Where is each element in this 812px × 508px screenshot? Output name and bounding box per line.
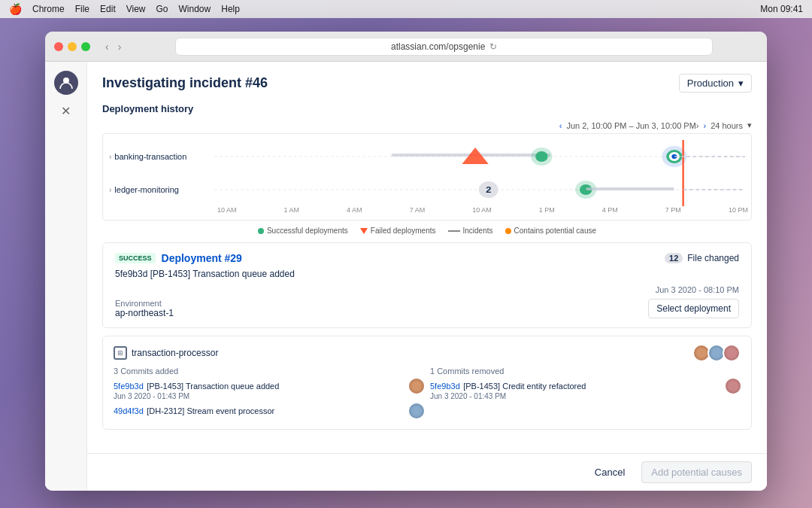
commit-item-removed: 5fe9b3d [PB-1453] Credit entity refactor… — [430, 379, 741, 400]
menu-go[interactable]: Go — [156, 4, 168, 14]
svg-rect-17 — [586, 187, 674, 190]
commit-msg-2: [DH-2312] Stream event processor — [147, 406, 274, 415]
commit-msg-removed: [PB-1453] Credit entity refactored — [463, 382, 586, 391]
commit-item-2: 49d4f3d [DH-2312] Stream event processor — [114, 403, 424, 418]
deployment-commit: 5fe9b3d [PB-1453] Transaction queue adde… — [115, 269, 739, 279]
timeline-chart: › banking-transaction — [102, 133, 752, 221]
close-button[interactable]: ✕ — [61, 104, 71, 118]
environment-selector[interactable]: Production ▾ — [679, 74, 752, 93]
processor-header: ⊞ transaction-processor — [114, 344, 741, 362]
sidebar: ✕ — [45, 62, 87, 491]
address-bar[interactable]: atlassian.com/opsgenie ↻ — [175, 38, 713, 56]
time-label: 4 PM — [602, 206, 618, 214]
legend-successful-label: Successful deployments — [267, 227, 348, 235]
commit-msg-1: [PB-1453] Transaction queue added — [147, 382, 279, 391]
deployment-meta: Environment ap-northeast-1 Jun 3 2020 - … — [115, 285, 739, 318]
time-label: 10 AM — [217, 206, 237, 214]
commits-grid: 3 Commits added 5fe9b3d [PB-1453] Transa… — [114, 367, 741, 421]
avatar — [54, 71, 78, 95]
maximize-window-button[interactable] — [81, 42, 90, 51]
menubar-time: Mon 09:41 — [760, 4, 803, 14]
potential-icon — [505, 228, 511, 234]
failed-icon — [360, 228, 368, 234]
commit-date-removed: Jun 3 2020 - 01:43 PM — [430, 392, 586, 400]
svg-text:2: 2 — [486, 185, 492, 195]
chart-row-banking: › banking-transaction — [103, 140, 751, 173]
avatar-3 — [723, 344, 741, 362]
processor-name: transaction-processor — [132, 348, 218, 358]
commits-removed-label: 1 Commits removed — [430, 367, 741, 376]
menu-help[interactable]: Help — [221, 4, 240, 14]
time-window-chevron: ▾ — [747, 120, 752, 130]
deployment-title-row: SUCCESS Deployment #29 — [115, 252, 242, 264]
legend-potential-label: Contains potential cause — [514, 227, 597, 235]
time-label: 10 PM — [729, 206, 748, 214]
menu-edit[interactable]: Edit — [100, 4, 116, 14]
minimize-window-button[interactable] — [68, 42, 77, 51]
commit-hash-2[interactable]: 49d4f3d — [114, 406, 144, 415]
chart-row-ledger: › ledger-monitoring 2 — [103, 173, 751, 206]
add-potential-causes-button[interactable]: Add potential causes — [641, 461, 752, 483]
chevron-down-icon: ▾ — [738, 78, 744, 89]
processor-icon: ⊞ — [114, 346, 127, 360]
chart-legend: Successful deployments Failed deployment… — [102, 227, 752, 235]
back-button[interactable]: ‹ — [102, 39, 112, 54]
deployment-header: SUCCESS Deployment #29 12 File changed — [115, 252, 739, 264]
refresh-button[interactable]: ↻ — [489, 41, 497, 52]
env-value: ap-northeast-1 — [115, 308, 174, 318]
menu-view[interactable]: View — [126, 4, 146, 14]
commit-avatar-1 — [409, 379, 424, 394]
commit-avatar-removed — [726, 379, 741, 394]
chart-row-label-ledger[interactable]: › ledger-monitoring — [109, 185, 214, 194]
svg-point-5 — [535, 151, 547, 162]
close-window-button[interactable] — [54, 42, 63, 51]
row-label-text: banking-transaction — [114, 152, 186, 161]
app-name: Chrome — [32, 4, 65, 14]
file-label: File changed — [687, 253, 739, 263]
commit-item: 5fe9b3d [PB-1453] Transaction queue adde… — [114, 379, 424, 400]
menubar: 🍎 Chrome File Edit View Go Window Help M… — [0, 0, 812, 18]
cancel-button[interactable]: Cancel — [586, 462, 634, 482]
commit-hash-1[interactable]: 5fe9b3d — [114, 382, 144, 391]
processor-title: ⊞ transaction-processor — [114, 346, 218, 360]
incidents-icon — [448, 230, 460, 232]
footer: Cancel Add potential causes — [87, 453, 767, 491]
browser-window: ‹ › atlassian.com/opsgenie ↻ ✕ Inves — [45, 32, 767, 491]
forward-button[interactable]: › — [115, 39, 125, 54]
page-header: Investigating incident #46 Production ▾ — [102, 74, 752, 93]
commit-date-1: Jun 3 2020 - 01:43 PM — [114, 392, 279, 400]
time-label: 10 AM — [472, 206, 492, 214]
commit-avatar-2 — [409, 403, 424, 418]
chart-area-ledger: 2 — [214, 173, 745, 206]
legend-successful: Successful deployments — [258, 227, 348, 235]
chart-row-label-banking[interactable]: › banking-transaction — [109, 152, 214, 161]
menu-file[interactable]: File — [75, 4, 89, 14]
timeline-next-icon[interactable]: › — [704, 121, 707, 130]
legend-incidents: Incidents — [448, 227, 493, 235]
section-label-deployment: Deployment history — [102, 103, 752, 114]
file-count: 12 — [665, 253, 683, 263]
commits-removed-column: 1 Commits removed 5fe9b3d [PB-1453] Cred… — [430, 367, 741, 421]
legend-potential: Contains potential cause — [505, 227, 597, 235]
contributor-avatars — [692, 344, 741, 362]
chevron-right-icon: › — [109, 153, 111, 161]
env-label: Production — [687, 78, 734, 89]
time-axis: 10 AM 1 AM 4 AM 7 AM 10 AM 1 PM 4 PM 7 P… — [214, 206, 751, 214]
apple-menu[interactable]: 🍎 — [9, 3, 22, 15]
traffic-lights — [54, 42, 90, 51]
time-label: 7 AM — [410, 206, 426, 214]
page-title: Investigating incident #46 — [102, 75, 268, 91]
env-label: Environment — [115, 299, 174, 308]
main-panel: Investigating incident #46 Production ▾ … — [87, 62, 767, 453]
commit-hash-removed[interactable]: 5fe9b3d — [430, 382, 460, 391]
select-deployment-button[interactable]: Select deployment — [648, 299, 739, 318]
chart-area-banking — [214, 140, 745, 173]
legend-failed-label: Failed deployments — [371, 227, 436, 235]
deployment-card: SUCCESS Deployment #29 12 File changed 5… — [102, 242, 752, 328]
deployment-timestamp: Jun 3 2020 - 08:10 PM — [656, 285, 739, 294]
time-window-selector[interactable]: 24 hours — [710, 121, 743, 130]
menu-window[interactable]: Window — [179, 4, 211, 14]
app-content: ✕ Investigating incident #46 Production … — [45, 62, 767, 491]
timeline-prev-icon[interactable]: ‹ — [559, 121, 562, 130]
processor-section: ⊞ transaction-processor 3 Commits added — [102, 336, 752, 430]
